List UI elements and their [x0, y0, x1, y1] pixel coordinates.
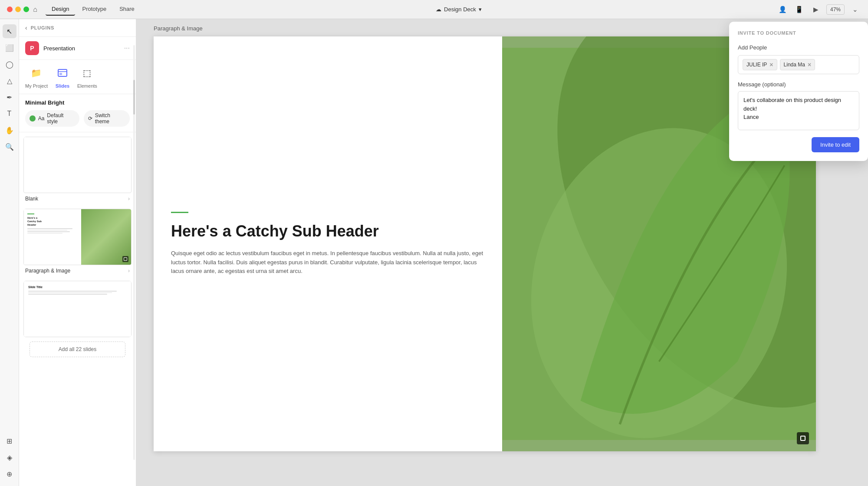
svg-rect-2 — [59, 73, 62, 75]
window-controls — [7, 7, 29, 12]
slide-heading: Here's a Catchy Sub Header — [171, 222, 485, 240]
slide-body: Quisque eget odio ac lectus vestibulum f… — [171, 249, 485, 276]
list-item[interactable]: Slide Title — [23, 281, 132, 337]
left-toolbar: ↖ ⬜ ◯ △ ✒ T ✋ 🔍 ⊞ ◈ ⊕ — [0, 19, 19, 486]
plugins-icon[interactable]: ⊕ — [3, 467, 16, 481]
plugins-panel: ‹ PLUGINS P Presentation ··· 📁 My Projec… — [19, 19, 136, 486]
pen-tool[interactable]: ✒ — [3, 90, 16, 104]
switch-icon: ⟳ — [88, 115, 92, 122]
canvas-label: Paragraph & Image — [154, 25, 203, 32]
tab-design[interactable]: Design — [46, 3, 75, 16]
scroll-thumb[interactable] — [133, 80, 135, 115]
tab-my-project[interactable]: 📁 My Project — [25, 65, 48, 89]
message-label: Message (optional) — [738, 81, 859, 88]
document-title-area: ☁ Design Deck ▾ — [141, 6, 777, 13]
slide-list: Blank › Here's aCatchy SubHeader — [19, 132, 136, 366]
slide-left: Here's a Catchy Sub Header Quisque eget … — [154, 36, 502, 451]
invite-panel-title: INVITE TO DOCUMENT — [738, 30, 859, 36]
slide-label-row: Blank › — [23, 193, 132, 204]
titlebar-right: 👤 📱 ▶ 47% ⌄ — [777, 3, 861, 16]
maximize-button[interactable] — [23, 7, 29, 12]
select-tool[interactable]: ↖ — [3, 24, 16, 38]
plugin-tabs: 📁 My Project Slides ⬚ Elements — [19, 60, 136, 94]
my-project-icon: 📁 — [29, 65, 44, 81]
invite-panel: INVITE TO DOCUMENT Add People JULIE IP ×… — [729, 22, 868, 161]
para-slide-label: Paragraph & Image — [25, 268, 70, 274]
slides-label: Slides — [56, 83, 69, 89]
title-thumbnail: Slide Title — [23, 281, 132, 337]
document-title: Design Deck — [444, 6, 476, 13]
theme-name: Minimal Bright — [25, 99, 130, 106]
add-people-label: Add People — [738, 44, 859, 51]
layers-icon[interactable]: ⊞ — [3, 434, 16, 448]
plugin-more-icon[interactable]: ··· — [124, 44, 130, 52]
zoom-level[interactable]: 47% — [826, 4, 845, 15]
nav-tabs: Design Prototype Share — [46, 3, 141, 16]
scroll-track — [133, 45, 135, 460]
invite-tag-linda: Linda Ma × — [780, 59, 815, 70]
chevron-expand-icon[interactable]: ⌄ — [849, 3, 861, 16]
switch-theme-label: Switch theme — [95, 112, 125, 125]
plugin-row: P Presentation ··· — [19, 37, 136, 60]
theme-controls: Aa Default style ⟳ Switch theme — [25, 110, 130, 127]
plugin-name: Presentation — [43, 45, 120, 52]
accent-line — [171, 212, 188, 213]
chevron-down-icon[interactable]: ▾ — [479, 6, 482, 13]
tab-prototype[interactable]: Prototype — [76, 3, 112, 16]
tab-elements[interactable]: ⬚ Elements — [77, 65, 97, 89]
invite-tags-input[interactable]: JULIE IP × Linda Ma × — [738, 55, 859, 74]
my-project-label: My Project — [25, 83, 48, 89]
tab-slides[interactable]: Slides — [55, 65, 70, 89]
slide-canvas[interactable]: Here's a Catchy Sub Header Quisque eget … — [154, 36, 816, 451]
plugin-icon: P — [25, 41, 39, 55]
slide-content: Here's a Catchy Sub Header Quisque eget … — [154, 36, 816, 451]
triangle-tool[interactable]: △ — [3, 74, 16, 88]
tab-share[interactable]: Share — [113, 3, 141, 16]
invite-to-edit-button[interactable]: Invite to edit — [812, 137, 859, 152]
corner-resize-icon[interactable] — [797, 432, 809, 444]
search-tool[interactable]: 🔍 — [3, 140, 16, 154]
add-slides-button[interactable]: Add all 22 slides — [30, 342, 125, 357]
device-icon[interactable]: 📱 — [793, 3, 806, 16]
list-item[interactable]: Here's aCatchy SubHeader Paragraph & Ima… — [23, 209, 132, 276]
close-button[interactable] — [7, 7, 13, 12]
frame-tool[interactable]: ⬜ — [3, 41, 16, 55]
slide-label-row: Paragraph & Image › — [23, 265, 132, 276]
para-thumbnail: Here's aCatchy SubHeader — [23, 209, 132, 265]
shape-tool[interactable]: ◯ — [3, 57, 16, 71]
titlebar: ⌂ Design Prototype Share ☁ Design Deck ▾… — [0, 0, 868, 19]
style-dot — [30, 115, 36, 122]
theme-section: Minimal Bright Aa Default style ⟳ Switch… — [19, 94, 136, 132]
cloud-icon: ☁ — [436, 6, 441, 13]
user-icon[interactable]: 👤 — [777, 3, 789, 16]
remove-tag-julie[interactable]: × — [769, 61, 773, 68]
elements-icon: ⬚ — [79, 65, 95, 81]
plugins-header: ‹ PLUGINS — [19, 19, 136, 37]
message-input[interactable]: Let's collaborate on this product design… — [738, 91, 859, 130]
list-item[interactable]: Blank › — [23, 137, 132, 204]
slides-icon — [55, 65, 70, 81]
style-badge[interactable]: Aa Default style — [25, 110, 79, 127]
switch-theme-button[interactable]: ⟳ Switch theme — [84, 110, 130, 127]
assets-icon[interactable]: ◈ — [3, 450, 16, 464]
slide-arrow-icon: › — [128, 268, 130, 274]
svg-rect-0 — [58, 69, 67, 76]
back-arrow-icon[interactable]: ‹ — [25, 24, 27, 31]
style-label: Default style — [47, 112, 75, 125]
invite-footer: Invite to edit — [738, 137, 859, 152]
remove-tag-linda[interactable]: × — [808, 61, 811, 68]
elements-label: Elements — [77, 83, 97, 89]
message-text: Let's collaborate on this product design… — [743, 97, 841, 120]
hand-tool[interactable]: ✋ — [3, 123, 16, 137]
home-icon[interactable]: ⌂ — [29, 3, 41, 16]
plugins-title: PLUGINS — [31, 25, 55, 30]
blank-thumbnail — [23, 137, 132, 193]
tag-name-julie: JULIE IP — [746, 62, 767, 68]
minimize-button[interactable] — [15, 7, 21, 12]
text-tool[interactable]: T — [3, 107, 16, 121]
style-badge-aa: Aa — [38, 115, 45, 122]
blank-slide-label: Blank — [25, 196, 38, 202]
slide-arrow-icon: › — [128, 196, 130, 202]
invite-tag-julie: JULIE IP × — [743, 59, 777, 70]
play-icon[interactable]: ▶ — [810, 3, 822, 16]
